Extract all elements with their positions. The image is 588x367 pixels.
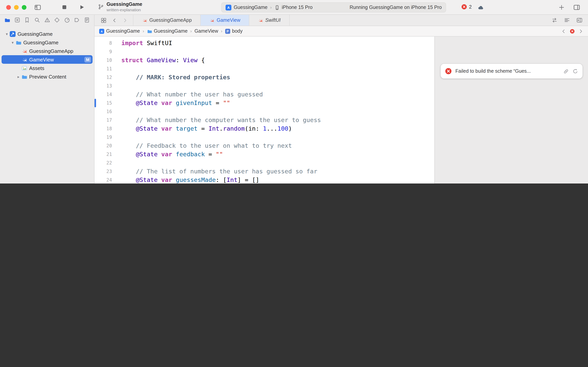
tab-guessinggameapp[interactable]: GuessingGameApp	[133, 15, 201, 26]
issue-count-badge[interactable]: 2	[461, 4, 472, 10]
reports-navigator-icon[interactable]	[84, 17, 90, 23]
line-number[interactable]: 9	[96, 47, 116, 56]
code-line[interactable]: 8import SwiftUI	[94, 39, 434, 47]
line-number[interactable]: 17	[96, 116, 116, 125]
code-review-button[interactable]	[551, 17, 558, 23]
line-number[interactable]: 13	[96, 82, 116, 90]
change-bar-spacer	[94, 176, 96, 184]
tab-swiftui[interactable]: SwiftUI	[249, 15, 290, 26]
previous-issue-button[interactable]	[561, 29, 566, 34]
line-number[interactable]: 11	[96, 65, 116, 73]
zoom-window-button[interactable]	[22, 5, 26, 10]
sidebar-item-gameview[interactable]: GameViewM	[1, 55, 92, 64]
code-text	[117, 47, 121, 56]
find-navigator-icon[interactable]	[34, 17, 40, 23]
tab-gameview[interactable]: GameView	[201, 15, 249, 26]
breakpoints-navigator-icon[interactable]	[74, 17, 80, 23]
line-number[interactable]: 12	[96, 73, 116, 82]
document-widget[interactable]: GuessingGame written-explanation	[98, 1, 142, 12]
line-number[interactable]: 8	[96, 39, 116, 47]
line-number[interactable]: 23	[96, 167, 116, 176]
source-editor[interactable]: 8import SwiftUI910struct GameView: View …	[94, 37, 434, 184]
bookmarks-navigator-icon[interactable]	[24, 17, 30, 23]
code-line[interactable]: 19	[94, 133, 434, 142]
add-editor-button[interactable]	[576, 17, 583, 23]
scm-bar-spacer	[116, 65, 117, 73]
breadcrumb-item-gameview[interactable]: GameView	[194, 28, 218, 34]
stop-button[interactable]	[61, 4, 67, 10]
line-number[interactable]: 24	[96, 176, 116, 184]
code-line[interactable]: 22	[94, 158, 434, 167]
code-line[interactable]: 23 // The list of numbers the user has g…	[94, 167, 434, 176]
sidebar-item-preview-content[interactable]: ▸Preview Content	[1, 72, 92, 81]
diagnostics-button[interactable]	[563, 68, 569, 74]
next-issue-button[interactable]	[578, 29, 583, 34]
code-line[interactable]: 24 @State var guessesMade: [Int] = []	[94, 176, 434, 184]
navigator-sidebar: ▾GuessingGame▾GuessingGameGuessingGameAp…	[0, 15, 94, 184]
scheme-name[interactable]: GuessingGame	[234, 5, 268, 10]
tests-navigator-icon[interactable]	[54, 17, 60, 23]
sidebar-item-guessinggame[interactable]: ▾GuessingGame	[1, 38, 92, 47]
source-control-navigator-icon[interactable]	[14, 17, 20, 23]
issues-navigator-icon[interactable]	[44, 17, 50, 23]
disclosure-right-icon[interactable]: ▸	[16, 75, 21, 79]
run-destination[interactable]: iPhone 15 Pro	[282, 5, 312, 10]
disclosure-down-icon[interactable]: ▾	[4, 32, 10, 36]
modified-badge: M	[84, 57, 91, 62]
editor-layout-button[interactable]	[573, 4, 580, 11]
retry-build-button[interactable]	[572, 68, 578, 74]
issue-indicator-icon[interactable]	[570, 29, 575, 34]
code-line[interactable]: 18 @State var target = Int.random(in: 1.…	[94, 125, 434, 133]
code-line[interactable]: 15 @State var givenInput = ""	[94, 99, 434, 107]
code-line[interactable]: 21 @State var feedback = ""	[94, 150, 434, 158]
code-line[interactable]: 14 // What number the user has guessed	[94, 90, 434, 99]
line-number[interactable]: 15	[96, 99, 116, 107]
preview-canvas: Failed to build the scheme “Gues...	[434, 37, 588, 184]
line-number[interactable]: 19	[96, 133, 116, 142]
tab-overview-button[interactable]	[101, 17, 107, 23]
breadcrumb-item-guessinggame[interactable]: GuessingGame	[147, 28, 188, 34]
code-line[interactable]: 9	[94, 47, 434, 56]
go-back-button[interactable]	[112, 18, 117, 23]
code-line[interactable]: 17 // What number the computer wants the…	[94, 116, 434, 125]
code-line[interactable]: 16	[94, 107, 434, 116]
property-icon: P	[225, 29, 230, 34]
sidebar-item-guessinggame[interactable]: ▾GuessingGame	[1, 30, 92, 38]
code-line[interactable]: 10struct GameView: View {	[94, 56, 434, 65]
editor-area: GuessingGameAppGameViewSwiftUI AGuessing…	[94, 15, 588, 184]
sidebar-item-label: GuessingGame	[17, 31, 91, 37]
code-line[interactable]: 20 // Feedback to the user on what to tr…	[94, 142, 434, 150]
line-number[interactable]: 14	[96, 90, 116, 99]
sidebar-item-label: Preview Content	[29, 74, 91, 80]
sidebar-item-assets[interactable]: Assets	[1, 64, 92, 72]
library-add-button[interactable]	[558, 4, 565, 10]
line-number[interactable]: 10	[96, 56, 116, 65]
build-error-banner[interactable]: Failed to build the scheme “Gues...	[441, 64, 583, 79]
debug-navigator-icon[interactable]	[64, 17, 70, 23]
project-navigator-icon[interactable]	[4, 17, 10, 23]
line-number[interactable]: 20	[96, 142, 116, 150]
minimize-window-button[interactable]	[14, 5, 19, 10]
breadcrumb-item-body[interactable]: Pbody	[225, 28, 243, 34]
sidebar-item-label: GameView	[29, 57, 82, 62]
code-text: // MARK: Stored properties	[117, 73, 230, 82]
close-window-button[interactable]	[6, 5, 11, 10]
scm-bar-spacer	[116, 142, 117, 150]
line-number[interactable]: 16	[96, 107, 116, 116]
activity-view[interactable]: A GuessingGame › iPhone 15 Pro Running G…	[221, 2, 446, 12]
line-number[interactable]: 18	[96, 125, 116, 133]
toggle-navigator-button[interactable]	[34, 4, 41, 11]
code-line[interactable]: 12 // MARK: Stored properties	[94, 73, 434, 82]
disclosure-down-icon[interactable]: ▾	[10, 40, 16, 44]
run-button[interactable]	[79, 4, 85, 10]
sidebar-item-guessinggameapp[interactable]: GuessingGameApp	[1, 47, 92, 55]
line-number[interactable]: 22	[96, 158, 116, 167]
line-number[interactable]: 21	[96, 150, 116, 158]
code-line[interactable]: 11	[94, 65, 434, 73]
editor-options-button[interactable]	[564, 17, 570, 23]
go-forward-button[interactable]	[123, 18, 127, 23]
code-line[interactable]: 13	[94, 82, 434, 90]
breadcrumb-item-guessinggame[interactable]: AGuessingGame	[99, 28, 140, 34]
scheme-separator: ›	[270, 5, 272, 10]
error-count: 2	[469, 4, 472, 9]
